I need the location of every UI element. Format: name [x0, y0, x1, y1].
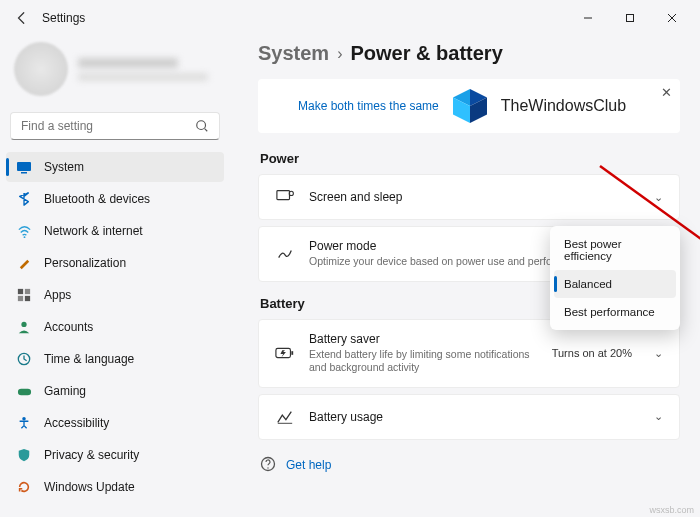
apps-icon	[16, 287, 32, 303]
card-screen-sleep[interactable]: Screen and sleep ⌄	[258, 174, 680, 220]
screen-sleep-icon	[275, 187, 295, 207]
sidebar-item-gaming[interactable]: Gaming	[6, 376, 224, 406]
bluetooth-icon	[16, 191, 32, 207]
window-controls	[568, 4, 692, 32]
watermark: wsxsb.com	[649, 505, 694, 515]
power-mode-icon	[275, 244, 295, 264]
svg-rect-1	[627, 15, 634, 22]
sidebar-item-label: Time & language	[44, 352, 134, 366]
sidebar-item-label: Accessibility	[44, 416, 109, 430]
sidebar-item-label: Network & internet	[44, 224, 143, 238]
paint-icon	[16, 255, 32, 271]
sidebar-item-label: Privacy & security	[44, 448, 139, 462]
shield-icon	[16, 447, 32, 463]
sidebar-item-label: Personalization	[44, 256, 126, 270]
maximize-button[interactable]	[610, 4, 650, 32]
dropdown-option-efficiency[interactable]: Best power efficiency	[554, 230, 676, 270]
banner-brand: TheWindowsClub	[501, 97, 626, 115]
windowsclub-logo-icon	[453, 89, 487, 123]
section-title-power: Power	[260, 151, 680, 166]
battery-usage-icon	[275, 407, 295, 427]
sidebar-item-privacy[interactable]: Privacy & security	[6, 440, 224, 470]
titlebar: Settings	[0, 0, 700, 36]
help-row[interactable]: Get help	[258, 446, 680, 485]
breadcrumb-parent[interactable]: System	[258, 42, 329, 65]
svg-rect-10	[25, 296, 30, 301]
page-title: Power & battery	[350, 42, 502, 65]
svg-point-2	[197, 121, 206, 130]
card-title: Battery usage	[309, 410, 640, 424]
sidebar-item-label: Accounts	[44, 320, 93, 334]
card-battery-usage[interactable]: Battery usage ⌄	[258, 394, 680, 440]
sidebar-item-accessibility[interactable]: Accessibility	[6, 408, 224, 438]
banner-close-icon[interactable]: ✕	[661, 85, 672, 100]
avatar	[14, 42, 68, 96]
window-title: Settings	[42, 11, 85, 25]
svg-point-6	[23, 236, 25, 238]
svg-rect-9	[18, 296, 23, 301]
clock-icon	[16, 351, 32, 367]
minimize-button[interactable]	[568, 4, 608, 32]
sidebar-item-label: Windows Update	[44, 480, 135, 494]
svg-rect-19	[277, 191, 290, 200]
search-icon	[195, 119, 209, 133]
card-title: Battery saver	[309, 332, 538, 346]
svg-line-3	[205, 129, 208, 132]
sidebar-item-update[interactable]: Windows Update	[6, 472, 224, 502]
info-banner: Make both times the same TheWindowsClub …	[258, 79, 680, 133]
card-subtitle: Extend battery life by limiting some not…	[309, 348, 538, 375]
search-box[interactable]	[10, 112, 220, 140]
sidebar-item-network[interactable]: Network & internet	[6, 216, 224, 246]
help-icon	[260, 456, 276, 475]
svg-rect-8	[25, 289, 30, 294]
svg-rect-22	[291, 351, 293, 355]
sidebar-item-time[interactable]: Time & language	[6, 344, 224, 374]
power-mode-dropdown: Best power efficiency Balanced Best perf…	[550, 226, 680, 330]
sidebar-item-apps[interactable]: Apps	[6, 280, 224, 310]
svg-rect-5	[21, 172, 27, 174]
chevron-down-icon: ⌄	[654, 191, 663, 204]
sidebar: System Bluetooth & devices Network & int…	[0, 36, 230, 517]
update-icon	[16, 479, 32, 495]
chevron-down-icon: ⌄	[654, 410, 663, 423]
display-icon	[16, 159, 32, 175]
battery-saver-status: Turns on at 20%	[552, 347, 632, 359]
sidebar-item-personalization[interactable]: Personalization	[6, 248, 224, 278]
card-title: Screen and sleep	[309, 190, 640, 204]
arrow-left-icon	[15, 11, 29, 25]
banner-link[interactable]: Make both times the same	[298, 99, 439, 113]
breadcrumb: System › Power & battery	[258, 36, 680, 79]
wifi-icon	[16, 223, 32, 239]
main-content: System › Power & battery Make both times…	[230, 36, 700, 517]
sidebar-item-accounts[interactable]: Accounts	[6, 312, 224, 342]
sidebar-item-label: Bluetooth & devices	[44, 192, 150, 206]
profile-block[interactable]	[6, 36, 224, 110]
search-input[interactable]	[21, 119, 195, 133]
svg-rect-7	[18, 289, 23, 294]
person-icon	[16, 319, 32, 335]
sidebar-item-label: Gaming	[44, 384, 86, 398]
help-link[interactable]: Get help	[286, 458, 331, 472]
dropdown-option-performance[interactable]: Best performance	[554, 298, 676, 326]
svg-rect-13	[17, 388, 30, 395]
sidebar-item-label: Apps	[44, 288, 71, 302]
gamepad-icon	[16, 383, 32, 399]
chevron-right-icon: ›	[337, 45, 342, 63]
sidebar-item-label: System	[44, 160, 84, 174]
profile-text	[78, 58, 208, 81]
accessibility-icon	[16, 415, 32, 431]
dropdown-option-balanced[interactable]: Balanced	[554, 270, 676, 298]
svg-point-24	[267, 467, 268, 468]
battery-saver-icon	[275, 343, 295, 363]
chevron-down-icon: ⌄	[654, 347, 663, 360]
back-button[interactable]	[8, 4, 36, 32]
svg-rect-4	[17, 162, 31, 171]
svg-point-11	[21, 322, 26, 327]
sidebar-item-bluetooth[interactable]: Bluetooth & devices	[6, 184, 224, 214]
svg-point-14	[22, 417, 26, 421]
sidebar-item-system[interactable]: System	[6, 152, 224, 182]
close-button[interactable]	[652, 4, 692, 32]
